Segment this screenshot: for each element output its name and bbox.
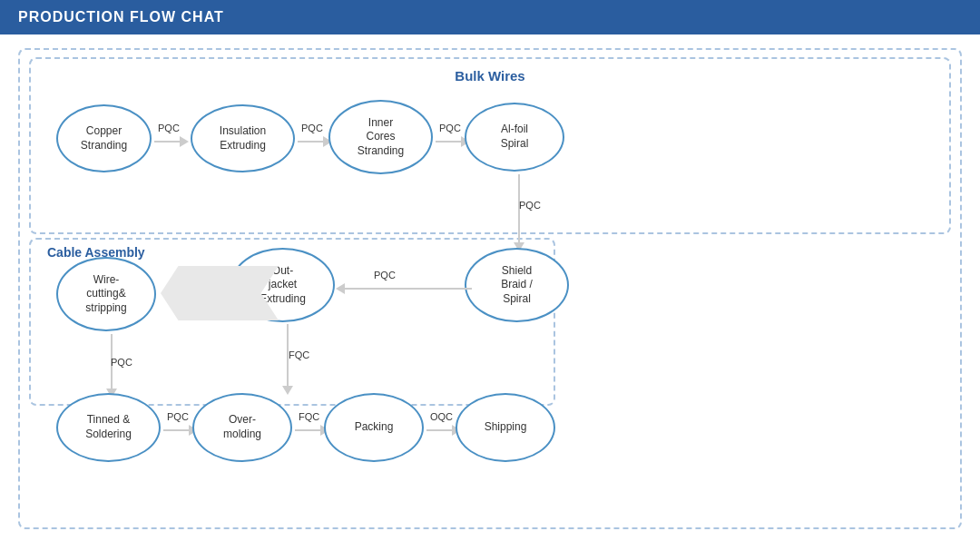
main-content: Bulk Wires Cable Assembly Copper Strandi… [0, 34, 980, 543]
outer-flow-box: Bulk Wires Cable Assembly Copper Strandi… [18, 48, 962, 529]
arrow-alfoil-to-shield [514, 174, 524, 251]
page-title: PRODUCTION FLOW CHAT [18, 9, 224, 25]
overmolding-node: Over- molding [192, 393, 292, 462]
inner-cores-stranding-node: Inner Cores Stranding [328, 100, 433, 174]
pqc-label-3: PQC [439, 123, 461, 133]
insulation-extruding-node: Insulation Extruding [191, 104, 295, 172]
wire-cutting-node: Wire- cutting& stripping [56, 257, 156, 331]
arrow-insulation-to-inner [298, 136, 332, 147]
packing-node: Packing [324, 393, 424, 462]
copper-stranding-node: Copper Stranding [56, 104, 152, 172]
pqc-label-6: PQC [111, 357, 132, 368]
tinned-soldering-node: Tinned & Soldering [56, 393, 161, 462]
big-arrow-to-wire-cutting [161, 266, 279, 320]
fqc-label-1: FQC [289, 349, 309, 360]
header: PRODUCTION FLOW CHAT [0, 0, 980, 34]
shield-braid-spiral-node: Shield Braid / Spiral [465, 248, 569, 322]
shipping-node: Shipping [456, 393, 555, 462]
arrow-shield-to-outjacket [336, 283, 472, 294]
pqc-label-2: PQC [301, 123, 323, 133]
pqc-label-1: PQC [158, 123, 180, 133]
pqc-label-7: PQC [167, 411, 189, 422]
bulk-wires-label: Bulk Wires [455, 68, 524, 84]
pqc-label-4: PQC [519, 200, 541, 211]
arrow-copper-to-insulation [154, 136, 189, 147]
oqc-label: OQC [430, 411, 453, 422]
pqc-label-5: PQC [374, 270, 396, 280]
fqc-label-2: FQC [299, 411, 319, 422]
al-foil-spiral-node: Al-foil Spiral [465, 103, 564, 172]
